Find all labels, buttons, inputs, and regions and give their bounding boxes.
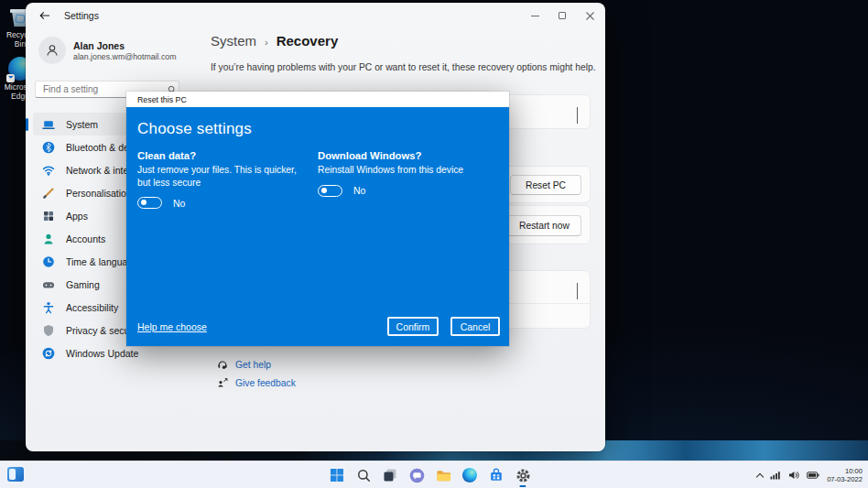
dialog-body: Choose settings Clean data? Just remove … [126,107,509,346]
option-title: Clean data? [137,150,309,161]
wifi-icon [42,164,55,177]
person-icon [45,43,60,58]
maximize-button[interactable] [548,3,576,28]
apps-grid-icon [42,210,55,222]
restart-now-button[interactable]: Restart now [507,215,581,236]
window-titlebar: Settings [26,3,605,28]
chat-button[interactable] [406,462,428,488]
back-arrow-icon [39,11,50,20]
download-windows-toggle[interactable] [318,185,342,197]
game-controller-icon [42,278,55,291]
task-view-button[interactable] [379,462,401,488]
get-help-label: Get help [235,360,271,370]
accessibility-icon [42,301,55,314]
get-help-link[interactable]: Get help [216,355,296,374]
sidebar-item-label: Personalisation [66,188,132,199]
breadcrumb: System › Recovery [211,33,338,49]
window-title: Settings [64,10,99,21]
sidebar-item-label: Gaming [66,279,100,290]
get-help-icon [216,359,228,370]
reset-pc-button[interactable]: Reset PC [510,175,581,195]
option-title: Download Windows? [318,150,498,161]
give-feedback-link[interactable]: Give feedback [216,374,296,392]
page-description: If you’re having problems with your PC o… [211,62,596,72]
tray-time: 10:00 [827,467,863,475]
user-name: Alan Jones [73,40,177,51]
taskbar-clock[interactable]: 10:00 07-03-2022 [827,467,863,483]
clean-data-option: Clean data? Just remove your files. This… [137,150,318,209]
volume-icon[interactable] [788,471,799,480]
breadcrumb-separator-icon: › [265,37,268,48]
tray-date: 07-03-2022 [827,475,863,483]
chat-icon [408,468,424,483]
download-windows-option: Download Windows? Reinstall Windows from… [318,150,498,209]
battery-icon[interactable] [807,472,819,479]
toggle-knob [141,200,146,205]
dialog-titlebar: Reset this PC [126,92,509,107]
cancel-button[interactable]: Cancel [450,317,500,336]
minimize-icon [531,16,539,16]
sidebar-item-label: System [66,119,98,130]
widgets-button[interactable] [7,467,24,482]
give-feedback-label: Give feedback [235,378,296,388]
shield-icon [42,324,55,337]
back-button[interactable] [33,6,57,25]
search-icon [356,469,370,483]
option-description: Reinstall Windows from this device [318,164,498,177]
store-icon [489,468,504,483]
brush-icon [42,187,55,200]
chevron-right-icon [577,108,578,125]
clock-globe-icon [42,255,55,268]
file-explorer-button[interactable] [432,462,454,488]
confirm-button[interactable]: Confirm [387,317,439,336]
settings-taskbar-button[interactable] [512,462,534,488]
bluetooth-icon [42,141,55,154]
system-icon [42,118,55,131]
maximize-icon [559,12,566,19]
sidebar-item-label: Accounts [66,233,105,244]
toggle-state-label: No [353,185,365,196]
taskbar: 10:00 07-03-2022 [0,461,868,488]
reset-pc-dialog: Reset this PC Choose settings Clean data… [126,92,509,346]
network-icon[interactable] [770,471,781,480]
dialog-title: Reset this PC [137,95,187,104]
tray-chevron-up-icon[interactable] [756,472,764,480]
sidebar-item-label: Windows Update [66,348,138,359]
user-account[interactable]: Alan Jones alan.jones.wm@hotmail.com [38,37,177,64]
feedback-icon [216,377,228,388]
start-button[interactable] [326,462,348,488]
edge-button[interactable] [459,462,481,488]
help-links: Get help Give feedback [216,355,296,392]
breadcrumb-parent[interactable]: System [211,33,256,49]
avatar [38,37,66,64]
sidebar-item-label: Accessibility [66,302,118,313]
windows-logo-icon [330,468,344,483]
system-tray: 10:00 07-03-2022 [757,461,863,488]
dialog-heading: Choose settings [137,107,498,138]
widgets-icon [9,469,16,480]
close-button[interactable] [576,3,603,28]
clean-data-toggle[interactable] [137,197,162,209]
shortcut-arrow-icon [6,74,15,82]
task-view-icon [383,468,397,483]
close-icon [586,12,594,20]
toggle-state-label: No [173,198,185,209]
toggle-knob [321,188,327,193]
help-me-choose-link[interactable]: Help me choose [137,321,207,332]
sidebar-item-label: Apps [66,211,88,222]
accounts-person-icon [42,233,55,245]
user-email: alan.jones.wm@hotmail.com [73,52,177,61]
page-title: Recovery [277,33,339,49]
minimize-button[interactable] [521,3,548,28]
taskbar-search-button[interactable] [353,462,374,488]
gear-icon [515,468,530,483]
file-explorer-icon [435,469,450,483]
update-icon [42,347,55,360]
desktop: Recycle Bin Microsoft Edge Settings [0,0,868,488]
chevron-up-icon [577,284,578,300]
option-description: Just remove your files. This is quicker,… [137,164,309,189]
edge-icon [462,468,477,483]
microsoft-store-button[interactable] [485,462,507,488]
